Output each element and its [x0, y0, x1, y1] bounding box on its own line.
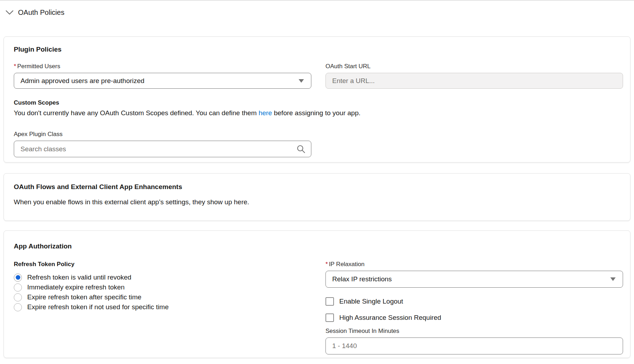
oauth-flows-heading: OAuth Flows and External Client App Enha…: [14, 183, 620, 191]
enable-single-logout-checkbox[interactable]: [325, 297, 334, 306]
ip-relaxation-value: Relax IP restrictions: [332, 275, 392, 283]
chevron-down-icon[interactable]: [6, 10, 13, 15]
permitted-users-select[interactable]: Admin approved users are pre-authorized: [14, 73, 311, 89]
permitted-users-field: *Permitted Users Admin approved users ar…: [14, 63, 311, 89]
oauth-policies-section-header[interactable]: OAuth Policies: [6, 8, 64, 17]
apex-plugin-class-search-input[interactable]: [14, 141, 311, 157]
custom-scopes-label: Custom Scopes: [14, 99, 59, 106]
high-assurance-session-checkbox[interactable]: [325, 313, 334, 322]
apex-plugin-class-field: [14, 141, 311, 157]
app-authorization-card: App Authorization Refresh Token Policy R…: [4, 230, 630, 358]
enable-single-logout-row[interactable]: Enable Single Logout: [325, 297, 623, 306]
plugin-policies-card: Plugin Policies *Permitted Users Admin a…: [4, 36, 630, 163]
oauth-flows-card: OAuth Flows and External Client App Enha…: [4, 173, 630, 221]
permitted-users-value: Admin approved users are pre-authorized: [20, 77, 145, 85]
app-authorization-heading: App Authorization: [14, 242, 623, 250]
section-title[interactable]: OAuth Policies: [18, 8, 64, 17]
high-assurance-session-row[interactable]: High Assurance Session Required: [325, 313, 623, 322]
refresh-token-policy-field: Refresh Token Policy Refresh token is va…: [14, 261, 311, 354]
dropdown-arrow-icon: [610, 277, 616, 281]
here-link[interactable]: here: [259, 109, 272, 117]
radio-option-valid-until-revoked[interactable]: Refresh token is valid until revoked: [14, 272, 311, 282]
top-divider: [0, 0, 634, 1]
radio-unselected[interactable]: [14, 303, 22, 311]
permitted-users-label: *Permitted Users: [14, 63, 311, 70]
oauth-start-url-field: OAuth Start URL: [325, 63, 623, 89]
session-timeout-input[interactable]: [325, 337, 623, 354]
oauth-start-url-input[interactable]: [325, 73, 623, 89]
custom-scopes-text: You don't currently have any OAuth Custo…: [14, 109, 623, 117]
refresh-token-policy-label: Refresh Token Policy: [14, 261, 75, 268]
radio-unselected[interactable]: [14, 283, 22, 292]
radio-option-immediately-expire[interactable]: Immediately expire refresh token: [14, 282, 311, 292]
app-authorization-right-column: *IP Relaxation Relax IP restrictions Ena…: [325, 261, 623, 354]
ip-relaxation-label: *IP Relaxation: [325, 261, 623, 268]
ip-relaxation-select[interactable]: Relax IP restrictions: [325, 271, 623, 288]
radio-selected[interactable]: [14, 274, 22, 282]
refresh-token-policy-options: Refresh token is valid until revoked Imm…: [14, 272, 311, 312]
required-asterisk: *: [325, 261, 328, 268]
radio-unselected[interactable]: [14, 293, 22, 301]
radio-option-expire-after-time[interactable]: Expire refresh token after specific time: [14, 292, 311, 302]
session-timeout-label: Session Timeout In Minutes: [325, 328, 623, 335]
dropdown-arrow-icon: [299, 79, 304, 83]
required-asterisk: *: [14, 63, 16, 70]
oauth-start-url-label: OAuth Start URL: [325, 63, 623, 70]
oauth-flows-body: When you enable flows in this external c…: [14, 198, 620, 206]
apex-plugin-class-label: Apex Plugin Class: [14, 131, 623, 138]
plugin-policies-heading: Plugin Policies: [14, 46, 623, 53]
radio-option-expire-if-not-used[interactable]: Expire refresh token if not used for spe…: [14, 302, 311, 312]
